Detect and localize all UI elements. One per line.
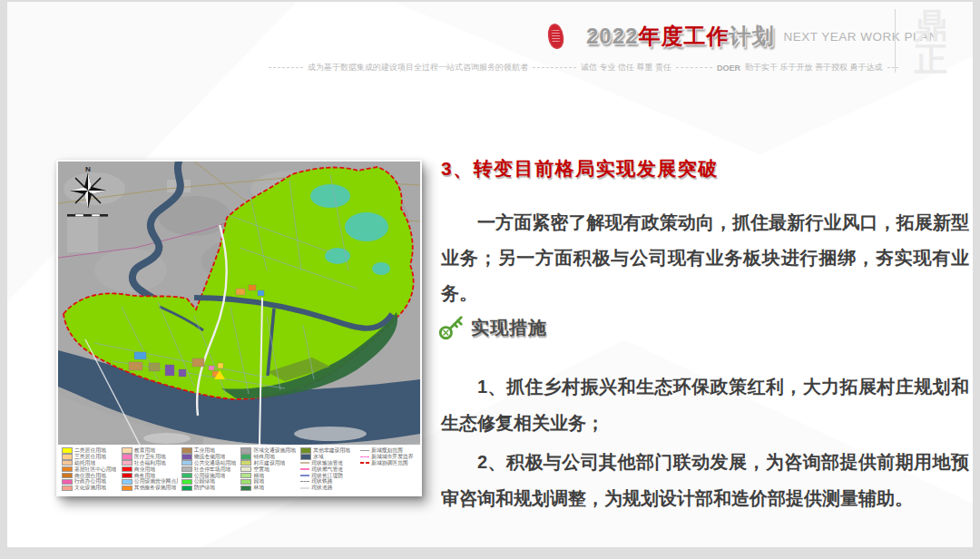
- legend-column: 教育用地医疗卫生用地社会福利用地商业用地商务用地公用设施营业网点用地其他服务设施…: [122, 447, 178, 491]
- dash-line: [533, 67, 576, 68]
- map-canvas: N: [58, 162, 420, 445]
- map-legend: 二类居住用地三类居住用地幼托用地基层社区中心用地商住混合用地行政办公用地文化设施…: [58, 445, 420, 491]
- legend-swatch: [240, 447, 251, 454]
- legend-swatch: [240, 473, 251, 479]
- legend-item: 新城城市开发边界: [360, 454, 416, 460]
- legend-swatch: [62, 466, 73, 473]
- legend-item: 现状输油管道: [300, 460, 357, 466]
- legend-swatch: [181, 454, 192, 460]
- legend-label: 新城协调区范围: [371, 460, 408, 466]
- legend-swatch: [62, 460, 73, 466]
- measure-list: 1、抓住乡村振兴和生态环保政策红利，大力拓展村庄规划和生态修复相关业务；2、积极…: [441, 368, 969, 519]
- legend-item: 其他非建设用地: [300, 447, 357, 454]
- legend-item: 公用设施用地: [181, 473, 238, 479]
- legend-swatch: [122, 485, 132, 492]
- legend-label: 商住混合用地: [74, 473, 106, 479]
- legend-swatch: [300, 475, 309, 476]
- title-suffix: 计划: [729, 24, 774, 48]
- legend-label: 三类居住用地: [74, 454, 106, 460]
- legend-item: 幼托用地: [62, 460, 118, 466]
- measures-header: 实现措施: [437, 314, 547, 341]
- legend-item: 公用设施营业网点用地: [122, 478, 178, 485]
- legend-swatch: [62, 447, 73, 454]
- red-seal-icon: [547, 23, 565, 50]
- legend-label: 其他服务设施用地: [134, 485, 176, 491]
- legend-item: 文化设施用地: [62, 485, 118, 491]
- tagline-doer: DOER: [717, 64, 740, 73]
- legend-swatch: [181, 466, 192, 473]
- legend-swatch: [122, 466, 132, 473]
- legend-swatch: [122, 447, 132, 454]
- legend-label: 公用设施用地: [194, 473, 226, 479]
- legend-label: 商务用地: [134, 473, 155, 479]
- legend-item: 新城规划范围: [360, 447, 416, 454]
- legend-swatch: [122, 454, 132, 460]
- legend-label: 现状燃气管道: [311, 466, 343, 473]
- legend-label: 耕地: [253, 473, 264, 479]
- legend-label: 公用设施营业网点用地: [134, 478, 178, 485]
- title-highlight: 年度工作: [638, 24, 729, 48]
- legend-item: 特殊用地: [240, 454, 297, 460]
- tagline: 成为基于数据集成的建设项目全过程一站式咨询服务的领航者 诚信 专业 信任 尊重 …: [269, 62, 878, 74]
- legend-item: 园地: [240, 478, 297, 485]
- legend-swatch: [240, 485, 251, 492]
- legend-item: 教育用地: [122, 447, 178, 454]
- legend-item: 现状道路: [300, 485, 357, 491]
- legend-label: 特殊用地: [253, 454, 274, 460]
- legend-item: 商住混合用地: [62, 473, 118, 479]
- legend-label: 防护绿地: [194, 485, 215, 491]
- legend-swatch: [240, 466, 251, 473]
- dash-line: [269, 67, 303, 68]
- legend-item: 医疗卫生用地: [122, 454, 178, 460]
- measure-item: 1、抓住乡村振兴和生态环保政策红利，大力拓展村庄规划和生态修复相关业务；: [441, 368, 969, 441]
- legend-label: 社会福利用地: [134, 460, 166, 466]
- legend-label: 园地: [253, 478, 264, 485]
- legend-label: 医疗卫生用地: [134, 454, 166, 460]
- header-divider: [895, 9, 896, 73]
- legend-column: 区域交通设施用地特殊用地村庄建设用地空置地耕地园地林地: [240, 447, 297, 491]
- legend-swatch: [62, 473, 73, 479]
- legend-label: 林地: [253, 485, 264, 491]
- dash-line: [676, 67, 712, 68]
- legend-item: 三类居住用地: [62, 454, 118, 460]
- legend-label: 现状道路: [311, 485, 332, 491]
- legend-label: 基层社区中心用地: [74, 466, 116, 473]
- measure-item: 2、积极与公司其他部门联动发展，为咨询部提供前期用地预审咨询和规划调整，为规划设…: [441, 444, 969, 516]
- scale-bar: [67, 214, 108, 217]
- section-paragraph: 一方面紧密了解现有政策动向，抓住最新行业风口，拓展新型业务；另一方面积极与公司现…: [441, 205, 969, 311]
- legend-swatch: [300, 462, 309, 464]
- legend-swatch: [360, 450, 369, 452]
- legend-label: 商业用地: [134, 466, 155, 473]
- legend-label: 现状铁路: [311, 478, 332, 485]
- legend-swatch: [300, 447, 311, 454]
- legend-swatch: [240, 460, 251, 466]
- legend-item: 工业用地: [181, 447, 238, 454]
- legend-label: 物流仓储用地: [194, 454, 226, 460]
- legend-item: 其他服务设施用地: [122, 485, 178, 491]
- legend-item: 公共交通场站用地: [181, 460, 238, 466]
- legend-item: 基层社区中心用地: [62, 466, 118, 473]
- legend-item: 防护绿地: [181, 485, 238, 491]
- section-heading: 3、转变目前格局实现发展突破: [441, 156, 719, 181]
- legend-item: 现状长江堤防: [300, 473, 357, 479]
- legend-label: 新城规划范围: [371, 447, 403, 454]
- legend-label: 行政办公用地: [74, 478, 106, 485]
- legend-label: 水域: [313, 454, 324, 460]
- legend-column: 新城规划范围新城城市开发边界新城协调区范围: [360, 447, 416, 491]
- dash-line: [887, 67, 898, 68]
- title-year: 2022: [586, 24, 638, 48]
- legend-item: 社会停车场用地: [181, 466, 238, 473]
- legend-label: 工业用地: [194, 447, 215, 454]
- legend-label: 其他非建设用地: [313, 447, 350, 454]
- legend-swatch: [360, 462, 369, 465]
- slide: 2022年度工作计划 NEXT YEAR WORK PLAN 鼎 正 成为基于数…: [7, 2, 973, 547]
- legend-swatch: [122, 479, 132, 485]
- legend-label: 教育用地: [134, 447, 155, 454]
- header: 2022年度工作计划 NEXT YEAR WORK PLAN: [548, 22, 938, 51]
- legend-swatch: [62, 479, 73, 485]
- measures-title: 实现措施: [471, 316, 547, 340]
- legend-label: 空置地: [253, 466, 269, 473]
- legend-swatch: [240, 479, 251, 485]
- legend-item: 商务用地: [122, 473, 178, 479]
- legend-item: 空置地: [240, 466, 297, 473]
